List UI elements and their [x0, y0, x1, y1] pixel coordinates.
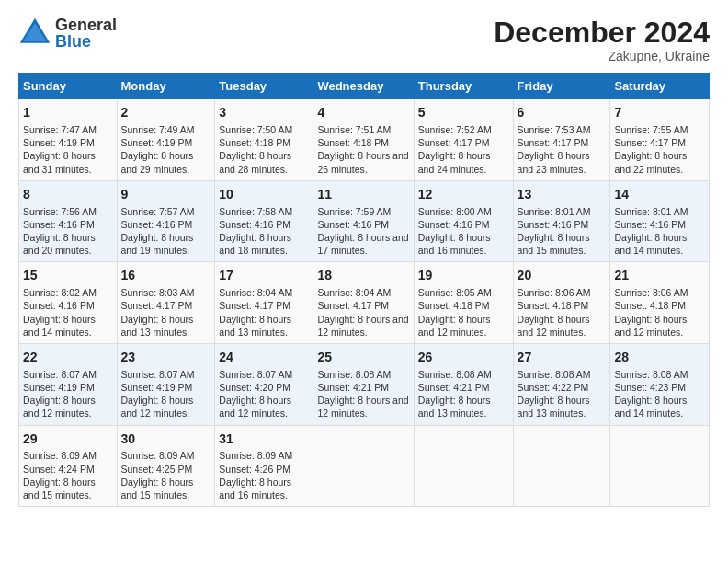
weekday-header-row: Sunday Monday Tuesday Wednesday Thursday… [19, 74, 710, 99]
calendar-cell: 26Sunrise: 8:08 AMSunset: 4:21 PMDayligh… [414, 343, 513, 425]
day-number: 12 [418, 186, 509, 203]
sunset: Sunset: 4:21 PM [317, 382, 389, 393]
daylight: Daylight: 8 hours and 12 minutes. [418, 314, 491, 338]
calendar-cell: 22Sunrise: 8:07 AMSunset: 4:19 PMDayligh… [19, 343, 118, 425]
day-number: 27 [518, 349, 607, 366]
sunset: Sunset: 4:17 PM [418, 137, 490, 148]
day-number: 28 [614, 349, 705, 366]
sunrise: Sunrise: 8:01 AM [518, 206, 591, 217]
calendar-cell [313, 425, 414, 507]
sunrise: Sunrise: 7:56 AM [23, 206, 97, 217]
calendar-cell: 28Sunrise: 8:08 AMSunset: 4:23 PMDayligh… [610, 343, 710, 425]
day-number: 5 [418, 104, 509, 121]
day-number: 30 [121, 431, 211, 448]
daylight: Daylight: 8 hours and 22 minutes. [614, 150, 687, 174]
sunrise: Sunrise: 8:04 AM [317, 287, 391, 298]
sunset: Sunset: 4:16 PM [614, 219, 686, 230]
day-number: 8 [23, 186, 113, 203]
sunrise: Sunrise: 8:09 AM [121, 450, 195, 461]
day-number: 2 [121, 104, 211, 121]
logo-general: General [55, 17, 117, 33]
calendar-header: Sunday Monday Tuesday Wednesday Thursday… [19, 74, 710, 99]
sunrise: Sunrise: 7:49 AM [121, 124, 195, 135]
daylight: Daylight: 8 hours and 12 minutes. [614, 314, 687, 338]
day-number: 15 [23, 267, 113, 284]
sunset: Sunset: 4:20 PM [219, 382, 290, 393]
header-sunday: Sunday [19, 74, 118, 99]
location: Zakupne, Ukraine [494, 49, 710, 63]
daylight: Daylight: 8 hours and 14 minutes. [23, 314, 96, 338]
calendar-cell: 19Sunrise: 8:05 AMSunset: 4:18 PMDayligh… [414, 262, 513, 344]
day-number: 9 [121, 186, 211, 203]
calendar-cell: 21Sunrise: 8:06 AMSunset: 4:18 PMDayligh… [610, 262, 710, 344]
sunrise: Sunrise: 8:09 AM [23, 450, 97, 461]
daylight: Daylight: 8 hours and 16 minutes. [418, 232, 491, 256]
sunrise: Sunrise: 8:04 AM [219, 287, 292, 298]
header-tuesday: Tuesday [215, 74, 313, 99]
daylight: Daylight: 8 hours and 12 minutes. [317, 395, 408, 419]
daylight: Daylight: 8 hours and 17 minutes. [317, 232, 408, 256]
sunset: Sunset: 4:18 PM [518, 300, 589, 311]
sunset: Sunset: 4:16 PM [121, 219, 193, 230]
calendar-cell: 17Sunrise: 8:04 AMSunset: 4:17 PMDayligh… [215, 262, 313, 344]
calendar-cell: 18Sunrise: 8:04 AMSunset: 4:17 PMDayligh… [313, 262, 414, 344]
day-number: 13 [518, 186, 607, 203]
daylight: Daylight: 8 hours and 13 minutes. [219, 314, 291, 338]
sunset: Sunset: 4:22 PM [518, 382, 589, 393]
sunrise: Sunrise: 7:50 AM [219, 124, 292, 135]
daylight: Daylight: 8 hours and 12 minutes. [121, 395, 194, 419]
sunrise: Sunrise: 7:47 AM [23, 124, 97, 135]
calendar-cell [610, 425, 710, 507]
calendar-cell: 6Sunrise: 7:53 AMSunset: 4:17 PMDaylight… [513, 99, 610, 181]
day-number: 4 [317, 104, 409, 121]
calendar-cell: 27Sunrise: 8:08 AMSunset: 4:22 PMDayligh… [513, 343, 610, 425]
sunrise: Sunrise: 8:06 AM [614, 287, 688, 298]
day-number: 7 [614, 104, 705, 121]
sunrise: Sunrise: 8:08 AM [418, 369, 492, 380]
day-number: 20 [518, 267, 607, 284]
sunrise: Sunrise: 8:01 AM [614, 206, 688, 217]
daylight: Daylight: 8 hours and 12 minutes. [23, 395, 96, 419]
sunrise: Sunrise: 8:08 AM [614, 369, 688, 380]
sunrise: Sunrise: 7:53 AM [518, 124, 591, 135]
daylight: Daylight: 8 hours and 24 minutes. [418, 150, 491, 174]
sunrise: Sunrise: 7:57 AM [121, 206, 195, 217]
sunrise: Sunrise: 8:06 AM [518, 287, 591, 298]
calendar-cell: 24Sunrise: 8:07 AMSunset: 4:20 PMDayligh… [215, 343, 313, 425]
logo: General Blue [18, 17, 117, 50]
daylight: Daylight: 8 hours and 13 minutes. [418, 395, 491, 419]
calendar-cell: 5Sunrise: 7:52 AMSunset: 4:17 PMDaylight… [414, 99, 513, 181]
daylight: Daylight: 8 hours and 18 minutes. [219, 232, 291, 256]
daylight: Daylight: 8 hours and 13 minutes. [121, 314, 194, 338]
calendar-cell: 1Sunrise: 7:47 AMSunset: 4:19 PMDaylight… [19, 99, 118, 181]
sunset: Sunset: 4:16 PM [23, 300, 95, 311]
calendar-table: Sunday Monday Tuesday Wednesday Thursday… [18, 73, 710, 507]
sunrise: Sunrise: 7:59 AM [317, 206, 391, 217]
sunrise: Sunrise: 8:07 AM [121, 369, 195, 380]
daylight: Daylight: 8 hours and 20 minutes. [23, 232, 96, 256]
day-number: 3 [219, 104, 309, 121]
sunset: Sunset: 4:16 PM [219, 219, 290, 230]
daylight: Daylight: 8 hours and 23 minutes. [518, 150, 590, 174]
sunset: Sunset: 4:19 PM [121, 382, 193, 393]
calendar-cell: 25Sunrise: 8:08 AMSunset: 4:21 PMDayligh… [313, 343, 414, 425]
sunrise: Sunrise: 8:07 AM [23, 369, 97, 380]
sunrise: Sunrise: 8:03 AM [121, 287, 195, 298]
header-friday: Friday [513, 74, 610, 99]
daylight: Daylight: 8 hours and 28 minutes. [219, 150, 291, 174]
calendar-cell: 10Sunrise: 7:58 AMSunset: 4:16 PMDayligh… [215, 180, 313, 262]
calendar-cell: 4Sunrise: 7:51 AMSunset: 4:18 PMDaylight… [313, 99, 414, 181]
daylight: Daylight: 8 hours and 15 minutes. [518, 232, 590, 256]
day-number: 6 [518, 104, 607, 121]
sunrise: Sunrise: 7:58 AM [219, 206, 292, 217]
daylight: Daylight: 8 hours and 31 minutes. [23, 150, 96, 174]
day-number: 25 [317, 349, 409, 366]
daylight: Daylight: 8 hours and 19 minutes. [121, 232, 194, 256]
sunset: Sunset: 4:26 PM [219, 464, 290, 475]
sunset: Sunset: 4:19 PM [23, 137, 95, 148]
sunrise: Sunrise: 8:09 AM [219, 450, 292, 461]
day-number: 23 [121, 349, 211, 366]
day-number: 31 [219, 431, 309, 448]
logo-icon [18, 17, 51, 50]
daylight: Daylight: 8 hours and 12 minutes. [317, 314, 408, 338]
